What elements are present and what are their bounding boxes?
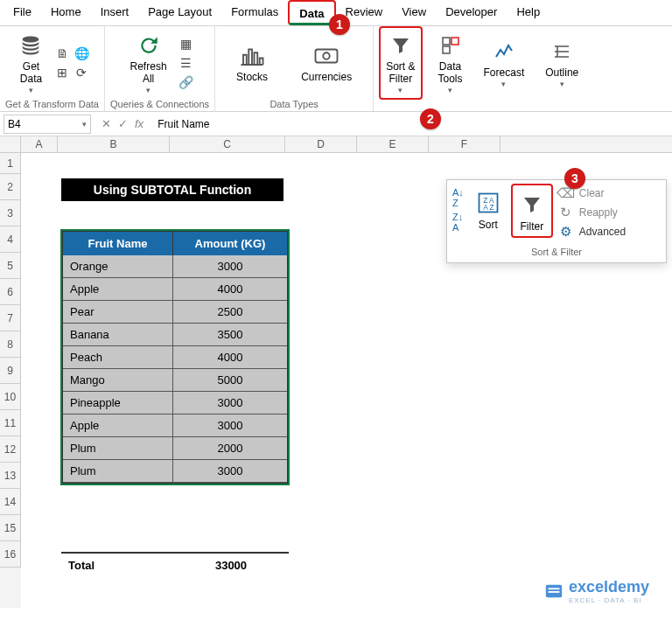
links-icon[interactable]: 🔗: [178, 73, 195, 91]
data-tools-button[interactable]: Data Tools ▾: [433, 30, 468, 96]
callout-badge-3: 3: [564, 168, 585, 189]
fx-icon[interactable]: fx: [135, 117, 144, 130]
row-3[interactable]: 3: [0, 200, 21, 226]
table-row[interactable]: Mango5000: [63, 369, 287, 392]
formula-bar[interactable]: Fruit Name: [150, 118, 672, 130]
row-9[interactable]: 9: [0, 358, 21, 384]
row-6[interactable]: 6: [0, 279, 21, 305]
reapply-button[interactable]: ↻Reapply: [558, 205, 626, 220]
cell-amount[interactable]: 3000: [173, 255, 287, 278]
col-A[interactable]: A: [21, 136, 58, 152]
col-C[interactable]: C: [170, 136, 285, 152]
name-box[interactable]: B4 ▾: [4, 115, 91, 134]
row-8[interactable]: 8: [0, 331, 21, 358]
table-row[interactable]: Plum2000: [63, 437, 287, 460]
cell-fruit[interactable]: Orange: [63, 255, 173, 278]
formula-bar-icons: ✕ ✓ fx: [94, 117, 150, 130]
cell-fruit[interactable]: Banana: [63, 324, 173, 346]
sort-filter-button[interactable]: Sort & Filter ▾: [379, 26, 422, 100]
clear-button[interactable]: ⌫Clear: [558, 185, 626, 201]
cell-fruit[interactable]: Pear: [63, 301, 173, 324]
from-web-icon[interactable]: 🌐: [73, 45, 90, 62]
col-D[interactable]: D: [285, 136, 357, 152]
cell-fruit[interactable]: Apple: [63, 415, 173, 437]
cell-fruit[interactable]: Plum: [63, 437, 173, 460]
row-2[interactable]: 2: [0, 174, 21, 200]
menu-developer[interactable]: Developer: [436, 0, 507, 25]
get-data-button[interactable]: Get Data ▾: [13, 30, 48, 96]
row-13[interactable]: 13: [0, 463, 21, 489]
table-row[interactable]: Plum3000: [63, 460, 287, 483]
cell-amount[interactable]: 2500: [173, 301, 287, 324]
sort-az-icon[interactable]: A↓Z: [452, 187, 464, 208]
header-fruit[interactable]: Fruit Name: [63, 232, 173, 255]
table-row[interactable]: Apple3000: [63, 415, 287, 437]
cell-amount[interactable]: 3000: [173, 415, 287, 437]
queries-small-icons[interactable]: ▦ ☰ 🔗: [178, 35, 195, 91]
table-row[interactable]: Apple4000: [63, 278, 287, 301]
filter-button[interactable]: Filter: [511, 184, 553, 238]
menu-home[interactable]: Home: [41, 0, 91, 25]
advanced-button[interactable]: ⚙Advanced: [558, 224, 626, 240]
forecast-button[interactable]: Forecast ▾: [479, 36, 530, 90]
menu-view[interactable]: View: [392, 0, 436, 25]
cell-amount[interactable]: 5000: [173, 369, 287, 392]
from-table-icon[interactable]: ⊞: [53, 64, 71, 81]
worksheet-grid[interactable]: 1 2 3 4 5 6 7 8 9 10 11 12 13 14 15 16 U…: [0, 153, 672, 608]
table-row[interactable]: Pineapple3000: [63, 392, 287, 415]
refresh-all-button[interactable]: Refresh All ▾: [125, 30, 172, 96]
currencies-button[interactable]: Currencies: [296, 40, 357, 86]
watermark: exceldemy EXCEL · DATA · BI: [544, 578, 649, 604]
menu-help[interactable]: Help: [507, 0, 550, 25]
col-F[interactable]: F: [429, 136, 500, 152]
chevron-down-icon[interactable]: ▾: [82, 120, 87, 129]
cell-amount[interactable]: 2000: [173, 437, 287, 460]
header-amount[interactable]: Amount (KG): [173, 232, 287, 255]
cell-fruit[interactable]: Plum: [63, 460, 173, 483]
menu-formulas[interactable]: Formulas: [221, 0, 288, 25]
menu-insert[interactable]: Insert: [91, 0, 139, 25]
cancel-icon[interactable]: ✕: [102, 117, 111, 130]
menu-file[interactable]: File: [4, 0, 41, 25]
col-E[interactable]: E: [357, 136, 429, 152]
cell-fruit[interactable]: Mango: [63, 369, 173, 392]
col-B[interactable]: B: [58, 136, 170, 152]
row-16[interactable]: 16: [0, 541, 21, 568]
cell-fruit[interactable]: Apple: [63, 278, 173, 301]
row-12[interactable]: 12: [0, 436, 21, 463]
table-row[interactable]: Pear2500: [63, 301, 287, 324]
properties-icon[interactable]: ☰: [178, 54, 195, 72]
queries-icon[interactable]: ▦: [178, 35, 195, 52]
cell-amount[interactable]: 3000: [173, 392, 287, 415]
row-11[interactable]: 11: [0, 410, 21, 436]
cell-amount[interactable]: 4000: [173, 346, 287, 369]
row-4[interactable]: 4: [0, 226, 21, 253]
group-label-get: Get & Transform Data: [5, 99, 99, 109]
row-10[interactable]: 10: [0, 384, 21, 410]
sort-button[interactable]: Z AA Z Sort: [467, 184, 509, 234]
stocks-button[interactable]: Stocks: [231, 40, 273, 86]
menu-page-layout[interactable]: Page Layout: [138, 0, 221, 25]
get-data-small-icons[interactable]: 🗎 🌐 ⊞ ⟳: [53, 45, 90, 81]
cells-area[interactable]: Using SUBTOTAL Function Fruit Name Amoun…: [21, 153, 672, 608]
select-all-corner[interactable]: [0, 136, 21, 152]
enter-icon[interactable]: ✓: [118, 117, 128, 130]
data-table[interactable]: Fruit Name Amount (KG) Orange3000Apple40…: [61, 230, 289, 484]
row-1[interactable]: 1: [0, 153, 21, 174]
outline-button[interactable]: Outline ▾: [540, 36, 584, 90]
row-14[interactable]: 14: [0, 489, 21, 515]
row-15[interactable]: 15: [0, 515, 21, 541]
cell-amount[interactable]: 3000: [173, 460, 287, 483]
row-7[interactable]: 7: [0, 305, 21, 331]
cell-fruit[interactable]: Pineapple: [63, 392, 173, 415]
from-text-icon[interactable]: 🗎: [53, 45, 71, 62]
recent-icon[interactable]: ⟳: [73, 64, 90, 81]
cell-amount[interactable]: 4000: [173, 278, 287, 301]
row-5[interactable]: 5: [0, 253, 21, 279]
cell-amount[interactable]: 3500: [173, 324, 287, 346]
sort-za-icon[interactable]: Z↓A: [452, 212, 464, 233]
cell-fruit[interactable]: Peach: [63, 346, 173, 369]
table-row[interactable]: Orange3000: [63, 255, 287, 278]
table-row[interactable]: Peach4000: [63, 346, 287, 369]
table-row[interactable]: Banana3500: [63, 324, 287, 346]
